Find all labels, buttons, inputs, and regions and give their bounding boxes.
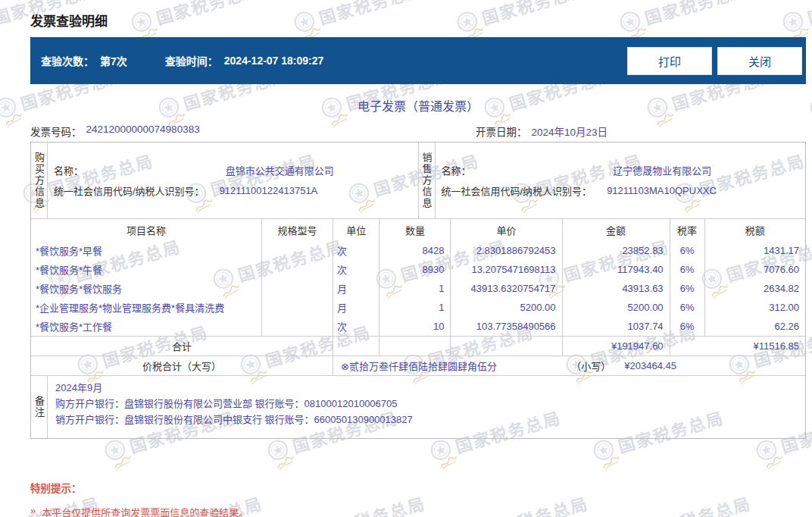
col-item-name: 项目名称 — [31, 219, 262, 242]
seller-name-value: 辽宁德晟物业有限公司 — [613, 163, 711, 177]
close-button[interactable]: 关闭 — [717, 47, 802, 75]
invoice-type-title: 电子发票（普通发票） — [30, 96, 806, 114]
remark-line: 2024年9月 — [55, 380, 798, 396]
col-spec: 规格型号 — [262, 219, 333, 242]
totals-row: 合计 ¥191947.60 ¥11516.85 — [31, 337, 805, 356]
special-notice: 特别提示： » 本平台仅提供所查询发票票面信息的查验结果。 » 若发现发票查验结… — [30, 480, 806, 517]
seller-name-line: 名称： 辽宁德晟物业有限公司 — [442, 164, 800, 177]
buyer-taxid-label: 统一社会信用代码/纳税人识别号： — [54, 183, 205, 198]
notice-title: 特别提示： — [30, 480, 806, 495]
check-count-value: 第7次 — [100, 53, 127, 68]
grand-total-row: 价税合计（大写） ⊗贰拾万叁仟肆佰陆拾肆圆肆角伍分 （小写） ¥203464.4… — [31, 356, 805, 376]
buyer-name-value: 盘锦市公共交通有限公司 — [226, 163, 334, 177]
verification-toolbar: 查验次数： 第7次 查验时间： 2024-12-07 18:09:27 打印 关… — [30, 37, 806, 84]
col-qty: 数量 — [379, 219, 451, 242]
invoice-date-value: 2024年10月23日 — [531, 124, 607, 139]
page-title: 发票查验明细 — [30, 11, 806, 30]
invoice-box: 购买方信息 名称： 盘锦市公共交通有限公司 统一社会信用代码/纳税人识别号： 9… — [30, 142, 806, 439]
invoice-meta-row: 发票号码： 24212000000074980383 开票日期： 2024年10… — [30, 124, 806, 139]
watermark-tile: 国家税务总局 — [807, 61, 812, 122]
print-button[interactable]: 打印 — [627, 47, 712, 75]
table-row: *企业管理服务*物业管理服务费*餐具清洗费 月 1 5200.00 5200.0… — [31, 298, 805, 317]
remarks-content: 2024年9月 购方开户银行：盘锦银行股份有限公司营业部 银行账号：081000… — [48, 376, 805, 438]
buyer-taxid-value: 91211100122413751A — [220, 185, 318, 196]
seller-name-label: 名称： — [442, 163, 471, 177]
buyer-name-label: 名称： — [54, 163, 83, 177]
check-time-label: 查验时间： — [165, 53, 218, 68]
table-row: *餐饮服务*工作餐 次 10 103.77358490566 1037.74 6… — [31, 317, 805, 337]
grand-total-content: ⊗贰拾万叁仟肆佰陆拾肆圆肆角伍分 （小写） ¥203464.45 — [339, 359, 799, 373]
remarks-section: 备注 2024年9月 购方开户银行：盘锦银行股份有限公司营业部 银行账号：081… — [31, 375, 805, 438]
toolbar-buttons: 打印 关闭 — [622, 47, 802, 75]
seller-taxid-value: 91211103MA10QPUXXC — [607, 185, 717, 196]
table-row: *餐饮服务*餐饮服务 月 1 43913.6320754717 43913.63… — [31, 279, 805, 298]
amount-in-words: ⊗贰拾万叁仟肆佰陆拾肆圆肆角伍分 — [341, 359, 497, 373]
table-row: *餐饮服务*早餐 次 8428 2.8301886792453 23852.83… — [31, 241, 805, 260]
col-tax: 税额 — [704, 219, 805, 242]
check-count-label: 查验次数： — [41, 53, 94, 68]
col-unit: 单位 — [333, 219, 379, 242]
tax-emblem-icon — [807, 94, 812, 121]
amount-numeric-label: （小写） — [571, 359, 611, 373]
col-amount: 金额 — [562, 219, 670, 242]
remark-line: 购方开户银行：盘锦银行股份有限公司营业部 银行账号：08100012010006… — [55, 396, 798, 412]
buyer-taxid-line: 统一社会信用代码/纳税人识别号： 91211100122413751A — [54, 184, 412, 197]
invoice-number-label: 发票号码： — [30, 124, 82, 139]
buyer-info: 名称： 盘锦市公共交通有限公司 统一社会信用代码/纳税人识别号： 9121110… — [48, 143, 419, 218]
buyer-side-label: 购买方信息 — [31, 143, 48, 218]
seller-taxid-label: 统一社会信用代码/纳税人识别号： — [442, 183, 592, 198]
invoice-verification-page: 发票查验明细 查验次数： 第7次 查验时间： 2024-12-07 18:09:… — [0, 0, 806, 517]
total-tax: ¥11516.85 — [670, 337, 805, 356]
remark-line: 销方开户银行：盘锦银行股份有限公司中银支行 银行账号：6600501309000… — [55, 412, 798, 428]
amount-numeric-value: ¥203464.45 — [624, 360, 676, 371]
seller-side-label: 销售方信息 — [419, 143, 436, 218]
remarks-side-label: 备注 — [31, 376, 48, 438]
seller-taxid-line: 统一社会信用代码/纳税人识别号： 91211103MA10QPUXXC — [442, 184, 800, 197]
total-amount: ¥191947.60 — [562, 337, 670, 356]
col-price: 单价 — [451, 219, 562, 242]
grand-total-label: 价税合计（大写） — [31, 356, 333, 376]
items-header-row: 项目名称 规格型号 单位 数量 单价 金额 税率 税额 — [31, 219, 805, 242]
seller-info: 名称： 辽宁德晟物业有限公司 统一社会信用代码/纳税人识别号： 91211103… — [436, 143, 806, 218]
invoice-date-label: 开票日期： — [476, 124, 527, 139]
total-label: 合计 — [31, 337, 333, 356]
check-time-value: 2024-12-07 18:09:27 — [224, 55, 324, 67]
buyer-name-line: 名称： 盘锦市公共交通有限公司 — [54, 164, 412, 177]
items-table: 项目名称 规格型号 单位 数量 单价 金额 税率 税额 *餐饮服务*早餐 次 8… — [31, 218, 805, 375]
table-row: *餐饮服务*午餐 次 8930 13.2075471698113 117943.… — [31, 260, 805, 279]
invoice-number-value: 24212000000074980383 — [86, 124, 200, 139]
invoice-date-group: 开票日期： 2024年10月23日 — [476, 124, 607, 139]
chevron-bullet-icon: » — [30, 505, 36, 517]
col-rate: 税率 — [670, 219, 704, 242]
party-section: 购买方信息 名称： 盘锦市公共交通有限公司 统一社会信用代码/纳税人识别号： 9… — [31, 143, 805, 218]
notice-line: » 本平台仅提供所查询发票票面信息的查验结果。 — [30, 505, 806, 517]
